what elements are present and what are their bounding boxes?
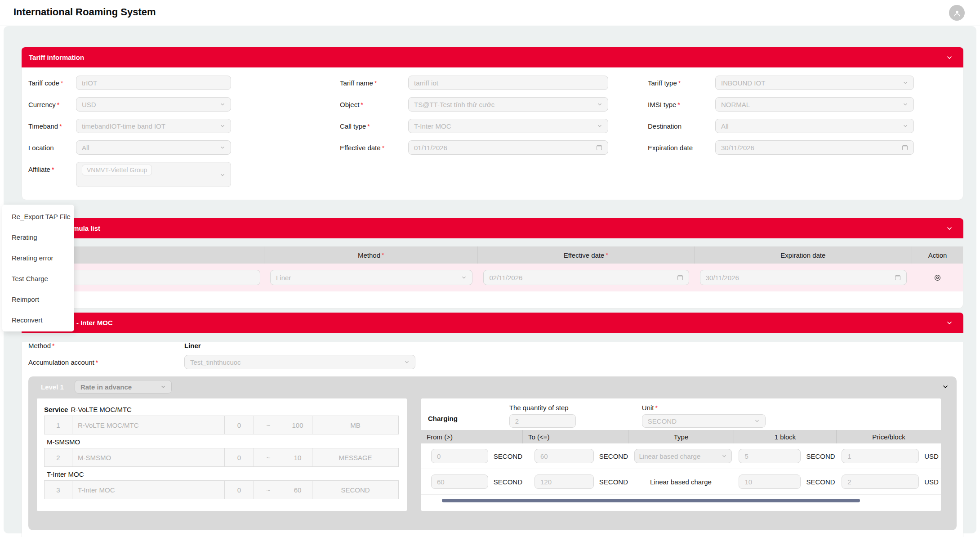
tariff-information-header[interactable]: Tariff information: [22, 47, 963, 67]
timeband-select[interactable]: timebandIOT-time band IOT: [76, 119, 231, 133]
currency-label: USD: [924, 478, 939, 486]
service-name-cell[interactable]: M-SMSMO: [72, 448, 225, 467]
field-imsi-type: IMSI type* NORMAL: [648, 97, 964, 112]
formula-detail-header[interactable]: - Inter MOC: [22, 313, 963, 333]
service-from-cell[interactable]: 0: [224, 448, 254, 467]
tariff-type-select[interactable]: INBOUND IOT: [715, 76, 914, 90]
unit-label: Unit*: [642, 404, 766, 412]
chevron-down-icon: [903, 123, 908, 129]
field-currency: Currency* USD: [28, 97, 340, 112]
chevron-down-icon: [220, 102, 225, 107]
unit-select[interactable]: SECOND: [642, 414, 766, 428]
tariff-form: Tariff code* trIOT Tariff name* tarriff …: [22, 67, 963, 187]
panel-title: - Inter MOC: [76, 319, 113, 327]
chevron-down-icon: [903, 80, 908, 85]
chevron-down-icon[interactable]: [946, 54, 953, 61]
destination-select[interactable]: All: [715, 119, 914, 133]
object-select[interactable]: TS@TT-Test tính thử cước: [408, 97, 608, 112]
type-select[interactable]: Linear based charge: [634, 449, 732, 463]
calendar-icon: [677, 274, 683, 281]
user-icon: [953, 9, 962, 18]
tariff-name-input[interactable]: tarriff iot: [408, 76, 608, 90]
field-expiration-date: Expiration date 30/11/2026: [648, 140, 964, 155]
menu-item-rerating-error[interactable]: Rerating error: [2, 247, 74, 268]
row-expiration-date-input[interactable]: 30/11/2026: [700, 270, 907, 285]
field-tariff-name: Tariff name* tarriff iot: [340, 76, 648, 90]
formula-list-header[interactable]: Formula list: [22, 218, 963, 238]
field-effective-date: Effective date* 01/11/2026: [340, 140, 648, 155]
price-input[interactable]: 2: [842, 474, 919, 489]
charging-section: Charging The quantity of step 2 Unit* SE…: [421, 398, 941, 511]
currency-select[interactable]: USD: [76, 97, 231, 112]
charging-row: 0SECOND 60SECOND Linear based charge 5SE…: [421, 443, 941, 469]
affiliate-multiselect[interactable]: VNMVT-Viettel Group: [76, 162, 231, 187]
field-label: Tariff type*: [648, 79, 715, 87]
page-background: Tariff information Tariff code* trIOT Ta…: [4, 26, 976, 533]
price-input[interactable]: 1: [842, 449, 919, 463]
menu-item-reimport[interactable]: Reimport: [2, 289, 74, 309]
block-input[interactable]: 5: [739, 449, 801, 463]
to-input[interactable]: 60: [535, 449, 594, 463]
service-unit-cell: MB: [312, 416, 399, 434]
calendar-icon: [596, 144, 602, 151]
field-destination: Destination All: [648, 119, 964, 133]
level-1-section: Level 1 Rate in advance ServiceR-VoLTE M…: [28, 376, 957, 530]
menu-item-test-charge[interactable]: Test Charge: [2, 268, 74, 289]
user-avatar[interactable]: [949, 5, 965, 21]
from-input[interactable]: 60: [431, 474, 488, 489]
effective-date-input[interactable]: 01/11/2026: [408, 140, 608, 155]
service-unit-cell: MESSAGE: [312, 448, 399, 467]
quantity-of-step-input[interactable]: 2: [509, 414, 576, 428]
horizontal-scrollbar[interactable]: [442, 499, 860, 502]
field-label: Object*: [340, 101, 408, 108]
service-row: 2 M-SMSMO 0 ~ 10 MESSAGE: [44, 448, 400, 467]
row-effective-date-input[interactable]: 02/11/2026: [483, 270, 689, 285]
service-to-cell[interactable]: 60: [283, 480, 312, 499]
chevron-down-icon[interactable]: [946, 320, 953, 326]
to-input[interactable]: 120: [535, 474, 594, 489]
header-price-block: Price/block: [836, 430, 941, 443]
field-label: IMSI type*: [648, 101, 715, 108]
field-label: Affiliate*: [28, 166, 76, 173]
block-unit: SECOND: [806, 452, 835, 460]
rate-mode-select[interactable]: Rate in advance: [75, 380, 172, 394]
service-from-cell[interactable]: 0: [224, 480, 254, 499]
service-to-cell[interactable]: 100: [283, 416, 312, 434]
affiliate-tag[interactable]: VNMVT-Viettel Group: [82, 165, 152, 175]
menu-item-reconvert[interactable]: Reconvert: [2, 309, 74, 330]
block-input[interactable]: 10: [739, 474, 801, 489]
charging-controls: Charging The quantity of step 2 Unit* SE…: [421, 404, 941, 430]
header-1-block: 1 block: [734, 430, 836, 443]
header-from: From (>): [421, 430, 522, 443]
location-select[interactable]: All: [76, 140, 231, 155]
service-row: 1 R-VoLTE MOC/MTC 0 ~ 100 MB: [44, 416, 400, 434]
eye-icon[interactable]: [934, 274, 941, 282]
service-group-label: T-Inter MOC: [44, 470, 400, 478]
field-label: Effective date*: [340, 144, 408, 152]
call-type-select[interactable]: T-Inter MOC: [408, 119, 608, 133]
calendar-icon: [902, 144, 908, 151]
method-label: Method*: [28, 342, 184, 349]
field-label: Expiration date: [648, 144, 715, 152]
chevron-down-icon: [404, 359, 410, 365]
service-to-cell[interactable]: 10: [283, 448, 312, 467]
from-input[interactable]: 0: [431, 449, 488, 463]
block-unit: SECOND: [806, 478, 835, 486]
field-label: Tariff code*: [28, 79, 76, 87]
service-name-cell[interactable]: R-VoLTE MOC/MTC: [72, 416, 225, 434]
tariff-code-input[interactable]: trIOT: [76, 76, 231, 90]
expiration-date-input[interactable]: 30/11/2026: [715, 140, 914, 155]
imsi-type-select[interactable]: NORMAL: [715, 97, 914, 112]
service-name-cell[interactable]: T-Inter MOC: [72, 480, 225, 499]
menu-item-re-export-tap-file[interactable]: Re_Export TAP File: [2, 206, 74, 227]
row-method-select[interactable]: Liner: [270, 270, 472, 285]
chevron-down-icon[interactable]: [942, 384, 949, 390]
chevron-down-icon[interactable]: [946, 225, 953, 232]
service-from-cell[interactable]: 0: [224, 416, 254, 434]
menu-item-rerating[interactable]: Rerating: [2, 227, 74, 247]
accumulation-account-select[interactable]: Test_tinhthucuoc: [184, 355, 415, 369]
field-label: Tariff name*: [340, 79, 408, 87]
panel-title: Tariff information: [29, 54, 84, 61]
header-expiration-date: Expiration date: [695, 246, 913, 264]
chevron-down-icon: [903, 102, 908, 107]
